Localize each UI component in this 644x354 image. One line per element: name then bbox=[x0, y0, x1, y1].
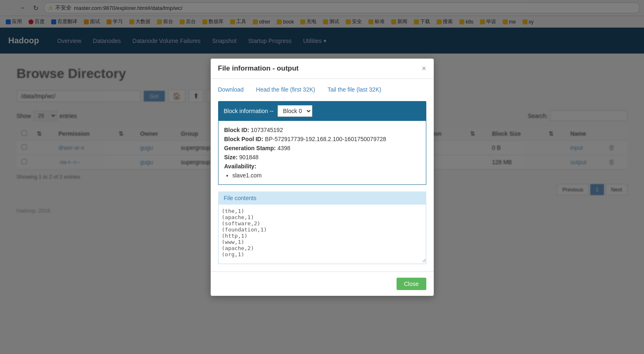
file-info-modal: File information - output × Download Hea… bbox=[211, 59, 434, 296]
file-contents-label: File contents bbox=[224, 195, 257, 201]
generation-stamp-row: Generation Stamp: 4398 bbox=[224, 145, 420, 151]
availability-node-1: slave1.com bbox=[233, 172, 420, 179]
availability-list: slave1.com bbox=[233, 172, 420, 179]
modal-footer: Close bbox=[211, 271, 434, 296]
tail-file-link[interactable]: Tail the file (last 32K) bbox=[328, 86, 381, 93]
file-contents-body bbox=[218, 205, 426, 264]
block-info-body: Block ID: 1073745192 Block Pool ID: BP-5… bbox=[218, 121, 426, 185]
block-info-section: Block information -- Block 0 Block ID: 1… bbox=[218, 101, 426, 185]
modal-close-btn[interactable]: Close bbox=[397, 278, 426, 290]
modal-links: Download Head the file (first 32K) Tail … bbox=[218, 86, 426, 93]
availability-row: Availability: bbox=[224, 163, 420, 170]
modal-close-button[interactable]: × bbox=[422, 65, 426, 72]
block-pool-value: BP-572917739-192.168.2.100-1601750079728 bbox=[265, 136, 386, 142]
availability-label: Availability: bbox=[224, 163, 257, 170]
size-row: Size: 901848 bbox=[224, 154, 420, 160]
block-id-row: Block ID: 1073745192 bbox=[224, 127, 420, 133]
block-info-label: Block information -- bbox=[224, 108, 274, 114]
head-file-link[interactable]: Head the file (first 32K) bbox=[256, 86, 315, 93]
gen-stamp-value: 4398 bbox=[278, 145, 290, 151]
download-link[interactable]: Download bbox=[218, 86, 244, 93]
size-label: Size: bbox=[224, 154, 238, 160]
file-contents-header: File contents bbox=[218, 191, 426, 205]
modal-title: File information - output bbox=[218, 64, 299, 73]
size-value: 901848 bbox=[239, 154, 259, 160]
block-id-label: Block ID: bbox=[224, 127, 251, 133]
file-contents-section: File contents bbox=[218, 191, 426, 264]
modal-overlay: File information - output × Download Hea… bbox=[0, 0, 644, 301]
block-select[interactable]: Block 0 bbox=[278, 105, 312, 117]
block-id-value: 1073745192 bbox=[251, 127, 283, 133]
block-info-header: Block information -- Block 0 bbox=[218, 101, 426, 121]
block-pool-id-row: Block Pool ID: BP-572917739-192.168.2.10… bbox=[224, 136, 420, 142]
modal-header: File information - output × bbox=[211, 59, 434, 79]
file-contents-textarea[interactable] bbox=[219, 205, 426, 262]
block-pool-label: Block Pool ID: bbox=[224, 136, 264, 142]
gen-stamp-label: Generation Stamp: bbox=[224, 145, 276, 151]
modal-body: Download Head the file (first 32K) Tail … bbox=[211, 79, 434, 271]
